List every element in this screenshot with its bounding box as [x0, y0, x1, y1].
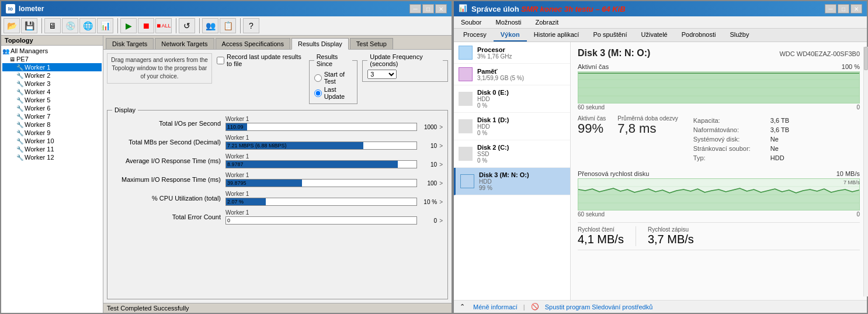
taskman-close-button[interactable]: ✕ [850, 4, 862, 13]
tree-area[interactable]: 👥 All Managers 🖥 PE7 🔧 Worker 1 🔧 Worker… [1, 46, 103, 313]
open-button[interactable]: 📂 [4, 18, 20, 33]
disk-button[interactable]: 💿 [62, 18, 78, 33]
bar-max-cpu: 10 % [419, 199, 437, 205]
record-row: Record last update results to file [217, 53, 304, 67]
bar-arrow-errors[interactable]: > [439, 218, 443, 224]
toolbar-sep-1 [40, 18, 42, 33]
bar-arrow-avg-resp[interactable]: > [439, 161, 443, 168]
topology-header: Topology [1, 36, 103, 46]
tree-worker-8[interactable]: 🔧 Worker 8 [2, 120, 102, 129]
tab-uzivatele[interactable]: Uživatelé [634, 29, 675, 42]
tree-worker-12[interactable]: 🔧 Worker 12 [2, 153, 102, 161]
formatted-label: Naformátováno: [691, 126, 767, 134]
process-item-disk2[interactable]: Disk 2 (C:) SSD0 % [454, 140, 570, 168]
active-time-svg [578, 72, 859, 103]
tree-worker-11[interactable]: 🔧 Worker 11 [2, 145, 102, 153]
tree-worker-10[interactable]: 🔧 Worker 10 [2, 137, 102, 145]
menu-moznosti[interactable]: Možnosti [493, 18, 523, 27]
bar-arrow-max-resp[interactable]: > [439, 180, 443, 187]
maximize-button[interactable]: □ [422, 4, 434, 13]
tree-worker-4[interactable]: 🔧 Worker 4 [2, 88, 102, 96]
computer-button[interactable]: 🖥 [44, 18, 61, 33]
tab-sluzby[interactable]: Služby [723, 29, 756, 42]
taskman-maximize-button[interactable]: □ [838, 4, 849, 13]
transfer-chart-section: Přenosová rychlost disku 10 MB/s 7 MB/s [578, 170, 860, 218]
menu-soubor[interactable]: Soubor [459, 18, 484, 27]
minimize-button[interactable]: ─ [409, 4, 421, 13]
tree-worker-5[interactable]: 🔧 Worker 5 [2, 96, 102, 104]
chart-button[interactable]: 📊 [97, 18, 113, 33]
workers-button[interactable]: 👥 [202, 18, 218, 33]
tree-worker-6[interactable]: 🔧 Worker 6 [2, 104, 102, 112]
menu-zobrazit[interactable]: Zobrazit [533, 18, 561, 27]
network-button[interactable]: 🌐 [79, 18, 96, 33]
stop-button[interactable]: ⏹ [138, 18, 154, 33]
topology-panel: Topology 👥 All Managers 🖥 PE7 🔧 Worker 1… [1, 36, 103, 313]
page-file-label: Stránkovací soubor: [691, 144, 767, 153]
active-time-label: Aktivní čas [578, 63, 609, 70]
run-button[interactable]: ▶ [120, 18, 137, 33]
tab-po-spusteni[interactable]: Po spuštění [586, 29, 634, 42]
help-button[interactable]: ? [243, 18, 259, 33]
tree-pe7[interactable]: 🖥 PE7 [2, 55, 102, 63]
bar-arrow-mbs[interactable]: > [439, 143, 443, 149]
reset-button[interactable]: ↺ [179, 18, 195, 33]
last-update-radio[interactable] [314, 89, 322, 97]
tab-podrobnosti[interactable]: Podrobnosti [675, 29, 723, 42]
tree-worker-3[interactable]: 🔧 Worker 3 [2, 80, 102, 88]
update-freq-select[interactable]: 3 5 10 [367, 70, 397, 79]
worker2-label: Worker 2 [25, 72, 50, 79]
close-button[interactable]: ✕ [435, 4, 447, 13]
tab-test-setup[interactable]: Test Setup [350, 38, 393, 49]
disk1-icon [459, 119, 473, 133]
tree-worker-2[interactable]: 🔧 Worker 2 [2, 71, 102, 80]
bar-value-mbs: 7.21 MBPS (6.88 MiBPS) [227, 143, 297, 149]
tab-vykon[interactable]: Výkon [494, 29, 527, 42]
tab-procesy[interactable]: Procesy [456, 29, 494, 42]
system-disk-row: Systémový disk: Ne [691, 135, 859, 143]
worker-label-iops: Worker 1 [225, 116, 443, 122]
tm-bottom: ⌃ Méně informací | 🚫 Spustit program Sle… [454, 300, 867, 313]
process-item-procesor[interactable]: Procesor 3% 1,76 GHz [454, 42, 570, 64]
taskman-title-text: Správce úloh SMR konec 3h testu – 64 KiB [471, 5, 626, 13]
tree-worker-9[interactable]: 🔧 Worker 9 [2, 129, 102, 137]
tab-results-display[interactable]: Results Display [291, 38, 349, 50]
taskman-title-controls: ─ □ ✕ [825, 4, 862, 13]
metric-label-mbs: Total MBs per Second (Decimal) [112, 139, 223, 146]
tree-worker-7[interactable]: 🔧 Worker 7 [2, 112, 102, 120]
stop-all-button[interactable]: ⏹ALL [155, 18, 172, 33]
less-info-link[interactable]: Méně informací [473, 303, 518, 310]
main-content: Topology 👥 All Managers 🖥 PE7 🔧 Worker 1… [1, 36, 452, 313]
transfer-right: 0 [856, 211, 860, 218]
process-item-disk0[interactable]: Disk 0 (E:) HDD0 % [454, 85, 570, 113]
worker1-label: Worker 1 [25, 64, 50, 71]
tm-sidebar[interactable]: Procesor 3% 1,76 GHz Paměť 3,1/59,9 GB (… [454, 42, 571, 300]
system-disk-label: Systémový disk: [691, 135, 767, 143]
tab-network-targets[interactable]: Network Targets [155, 38, 214, 49]
process-item-disk1[interactable]: Disk 1 (D:) HDD0 % [454, 113, 570, 140]
tab-historie[interactable]: Historie aplikací [527, 29, 586, 42]
start-of-test-radio[interactable] [314, 74, 322, 82]
record-checkbox[interactable] [217, 57, 224, 64]
save-button[interactable]: 💾 [21, 18, 37, 33]
tm-main: Procesor 3% 1,76 GHz Paměť 3,1/59,9 GB (… [454, 42, 867, 300]
tab-disk-targets[interactable]: Disk Targets [106, 38, 154, 49]
disk2-icon [459, 147, 473, 161]
tree-worker-1[interactable]: 🔧 Worker 1 [2, 63, 102, 71]
disk1-detail: HDD0 % [477, 123, 565, 136]
disk0-info: Disk 0 (E:) HDD0 % [477, 89, 565, 109]
disk3-icon [460, 174, 474, 188]
display-button[interactable]: 📋 [220, 18, 236, 33]
monitor-link[interactable]: Spustit program Sledování prostředků [545, 303, 653, 310]
tab-access-specs[interactable]: Access Specifications [216, 38, 290, 49]
disk1-name: Disk 1 (D:) [477, 116, 565, 123]
iometer-title-text: Iometer [19, 5, 44, 13]
bar-arrow-iops[interactable]: > [439, 124, 443, 130]
worker9-icon: 🔧 [16, 130, 23, 136]
bar-arrow-cpu[interactable]: > [439, 199, 443, 205]
process-item-pamet[interactable]: Paměť 3,1/59,9 GB (5 %) [454, 64, 570, 85]
taskman-minimize-button[interactable]: ─ [825, 4, 836, 13]
tree-all-managers[interactable]: 👥 All Managers [2, 47, 102, 55]
process-item-disk3[interactable]: Disk 3 (M: N: O:) HDD99 % [454, 168, 570, 195]
worker10-label: Worker 10 [25, 137, 54, 144]
